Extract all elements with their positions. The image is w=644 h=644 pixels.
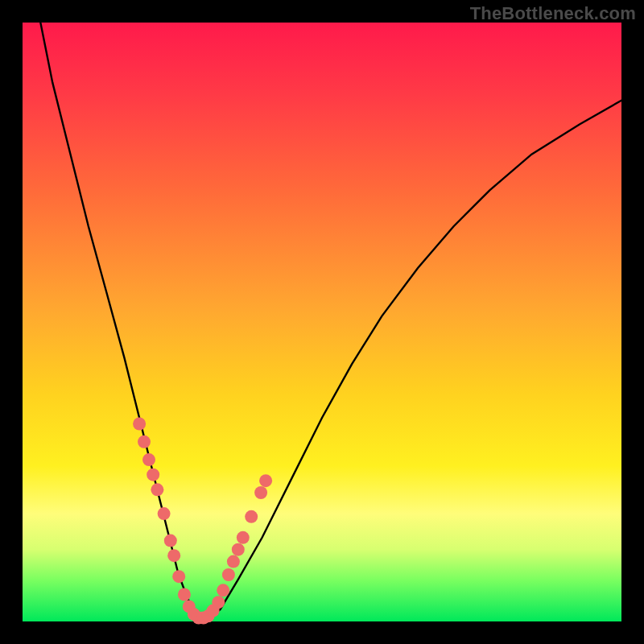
curve-marker xyxy=(222,568,235,581)
bottleneck-curve xyxy=(40,23,621,618)
curve-marker xyxy=(151,483,163,496)
attribution-label: TheBottleneck.com xyxy=(470,3,636,24)
curve-marker xyxy=(164,535,177,547)
curve-marker xyxy=(133,418,146,431)
chart-frame: TheBottleneck.com xyxy=(0,0,644,644)
curve-marker xyxy=(138,436,151,448)
curve-markers xyxy=(133,418,272,625)
curve-marker xyxy=(178,588,191,601)
curve-marker xyxy=(232,543,245,556)
curve-marker xyxy=(147,469,159,481)
curve-layer xyxy=(23,23,621,621)
curve-marker xyxy=(259,474,272,487)
curve-marker xyxy=(237,531,250,544)
curve-marker xyxy=(245,510,258,523)
curve-marker xyxy=(227,555,240,568)
plot-area xyxy=(23,23,621,621)
curve-marker xyxy=(172,570,185,583)
curve-marker xyxy=(167,549,180,562)
curve-marker xyxy=(158,507,171,520)
curve-marker xyxy=(212,596,225,609)
curve-marker xyxy=(217,584,229,597)
curve-marker xyxy=(254,486,267,499)
curve-marker xyxy=(142,453,155,466)
